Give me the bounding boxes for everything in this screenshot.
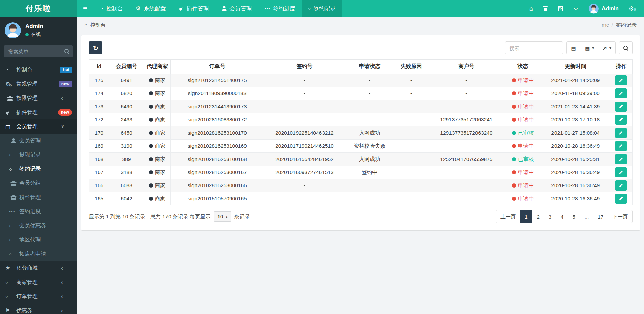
edit-button[interactable] [615,88,627,98]
caret-up-icon [226,215,228,219]
cell-updated: 2021-01-28 14:20:09 [541,74,610,87]
nav-item-dashboard[interactable]: 控制台 [94,0,129,17]
cell-id: 174 [89,87,109,100]
edit-button[interactable] [615,154,627,164]
detail-view-button[interactable] [566,41,581,54]
cell-member: 3188 [109,166,144,179]
edit-button[interactable] [615,141,627,151]
cache-refresh-button[interactable] [553,0,568,17]
sidebar-item-points-mall[interactable]: 积分商城 [0,261,77,275]
admin-menu[interactable]: Admin [584,4,623,14]
cell-status: 申请中 [505,179,541,192]
cell-member: 6490 [109,100,144,113]
sidebar-item-store-applicant[interactable]: 拓店者申请 [0,247,77,261]
pagination-prev[interactable]: 上一页 [496,210,520,223]
page-size-dropdown[interactable]: 10 [214,211,231,222]
sidebar-item-member-management[interactable]: 会员管理 [0,119,77,134]
sidebar-item-member-management-sub[interactable]: 会员管理 [0,134,77,148]
sidebar-search-input[interactable] [4,45,73,57]
pagination-page-2[interactable]: 2 [532,210,544,223]
cell-id: 175 [89,74,109,87]
search-button[interactable] [619,41,633,54]
sidebar-item-general-management[interactable]: 常规管理new [0,77,77,91]
sidebar-item-order-management[interactable]: 订单管理 [0,289,77,304]
table-search-input[interactable] [505,41,563,54]
cell-apply: - [345,100,394,113]
nav-item-plugin-management[interactable]: 插件管理 [172,0,215,17]
nav-item-menu-toggle[interactable] [77,0,94,17]
chevron-left-icon [61,279,70,285]
pagination-page-17[interactable]: 17 [593,210,608,223]
cell-sign: - [264,192,345,205]
cell-merchant [428,140,505,153]
search-icon[interactable] [64,49,69,54]
breadcrumb-current: 签约记录 [616,22,637,29]
toolbar-right [505,41,633,54]
status-dot-icon [512,144,516,148]
edit-button[interactable] [615,194,627,204]
breadcrumb-parent[interactable]: mc [602,22,609,28]
pagination-page-4[interactable]: 4 [556,210,568,223]
cell-action [610,113,632,126]
edit-button[interactable] [615,102,627,112]
column-header-id: Id [89,60,109,74]
cell-order: sign20111809390000183 [171,87,264,100]
cell-updated: 2020-11-18 09:39:00 [541,87,610,100]
user-name: Admin [25,23,43,30]
trash-button[interactable] [538,0,553,17]
sidebar-item-sign-progress[interactable]: 签约进度 [0,204,77,219]
cell-fail [394,166,428,179]
edit-button[interactable] [615,115,627,125]
brand-logo[interactable]: 付乐啦 [0,0,77,17]
nav-item-member-management[interactable]: 会员管理 [215,0,258,17]
pagination-next[interactable]: 下一页 [608,210,633,223]
sidebar-item-member-groups[interactable]: 会员分组 [0,176,77,190]
circle-o-icon [9,224,18,228]
sidebar-item-sign-records[interactable]: 签约记录 [0,162,77,176]
edit-button[interactable] [615,75,627,85]
caret-down-icon [609,46,611,50]
status-badge: 申请中 [512,77,534,84]
chevron-left-icon [61,308,70,314]
sidebar-item-member-coupons[interactable]: 会员优惠券 [0,219,77,233]
edit-button[interactable] [615,128,627,138]
pagination-page-3[interactable]: 3 [544,210,556,223]
sidebar-item-fans-management[interactable]: 粉丝管理 [0,190,77,204]
cell-sign: 20201016093727461513 [264,166,345,179]
pagination-page-1[interactable]: 1 [520,210,532,223]
cell-sign: - [264,87,345,100]
columns-button[interactable] [581,41,598,54]
cell-sign: - [264,100,345,113]
sidebar-item-plugin-management[interactable]: 插件管理new [0,105,77,119]
cell-id: 172 [89,113,109,126]
refresh-button[interactable] [89,41,102,54]
cell-apply: 签约中 [345,166,394,179]
edit-button[interactable] [615,167,627,177]
sidebar-item-coupons[interactable]: 优惠券 [0,304,77,314]
cell-agent: 商家 [144,113,171,126]
cell-id: 166 [89,179,109,192]
pagination-page-5[interactable]: 5 [568,210,580,223]
sidebar-item-dashboard[interactable]: 控制台hot [0,63,77,77]
sidebar-item-merchant-management[interactable]: 商家管理 [0,275,77,289]
settings-button[interactable] [623,0,641,17]
cell-agent: 商家 [144,153,171,166]
nav-item-system-config[interactable]: 系统配置 [129,0,172,17]
sidebar-item-permission-management[interactable]: 权限管理 [0,91,77,105]
cell-sign: 20201017190214462510 [264,140,345,153]
cell-sign: 20201019225140463212 [264,126,345,140]
home-button[interactable] [524,0,538,17]
column-header-order: 订单号 [171,60,264,74]
breadcrumb-left[interactable]: 控制台 [84,22,106,29]
nav-item-sign-progress[interactable]: 签约进度 [258,0,302,17]
pencil-icon [618,196,624,201]
status-dot-icon [512,197,516,201]
edit-button[interactable] [615,180,627,191]
badge: hot [60,67,72,73]
sidebar-item-withdraw-records[interactable]: 提现记录 [0,148,77,162]
fullscreen-button[interactable] [568,0,584,17]
nav-item-sign-records[interactable]: 签约记录 [302,0,342,17]
export-button[interactable] [598,41,616,54]
sidebar-item-region-agent[interactable]: 地区代理 [0,233,77,247]
status-badge: 申请中 [512,169,534,176]
